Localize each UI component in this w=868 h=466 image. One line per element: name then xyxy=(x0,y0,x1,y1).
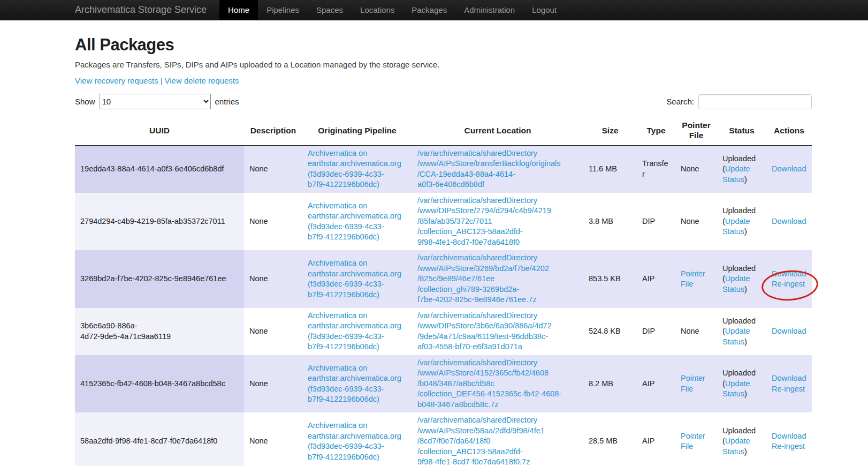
current-location-link[interactable]: /var/archivematica/sharedDirectory /www/… xyxy=(417,358,561,409)
pointer-file-none: None xyxy=(681,164,699,173)
nav-item-spaces[interactable]: Spaces xyxy=(308,0,352,20)
actions-cell: Download Re-ingest xyxy=(766,355,812,413)
top-navbar: Archivematica Storage Service Home Pipel… xyxy=(0,0,868,20)
pipeline-cell: Archivematica on earthstar.archivematica… xyxy=(302,412,412,466)
location-cell: /var/archivematica/sharedDirectory /www/… xyxy=(412,412,583,466)
download-link[interactable]: Download xyxy=(772,269,806,280)
pointer-file-link[interactable]: Pointer File xyxy=(681,432,705,451)
view-delete-requests-link[interactable]: View delete requests xyxy=(165,76,239,85)
location-cell: /var/archivematica/sharedDirectory /www/… xyxy=(412,250,583,308)
current-location-link[interactable]: /var/archivematica/sharedDirectory /www/… xyxy=(417,416,545,466)
originating-pipeline-link[interactable]: Archivematica on earthstar.archivematica… xyxy=(308,311,401,351)
pointer-file-link[interactable]: Pointer File xyxy=(681,374,705,393)
nav-item-locations[interactable]: Locations xyxy=(352,0,403,20)
header-actions[interactable]: Actions xyxy=(766,116,812,145)
pipeline-cell: Archivematica on earthstar.archivematica… xyxy=(302,193,412,251)
uuid-cell: 3b6e6a90-886a- 4d72-9de5-4a71c9aa6119 xyxy=(75,308,244,355)
link-separator: | xyxy=(158,76,165,85)
page-intro: Packages are Transfers, SIPs, DIPs and A… xyxy=(75,60,812,69)
current-location-link[interactable]: /var/archivematica/sharedDirectory /www/… xyxy=(417,149,561,189)
location-cell: /var/archivematica/sharedDirectory /www/… xyxy=(412,308,583,355)
pointer-file-cell: None xyxy=(675,193,717,251)
reingest-link[interactable]: Re-ingest xyxy=(772,279,805,290)
table-controls: Show 10 entries Search: xyxy=(75,94,812,109)
nav-item-logout[interactable]: Logout xyxy=(523,0,565,20)
size-cell: 28.5 MB xyxy=(583,412,637,466)
status-cell: Uploaded (Update Status) xyxy=(717,412,766,466)
header-pointer[interactable]: Pointer File xyxy=(675,116,717,145)
location-cell: /var/archivematica/sharedDirectory /www/… xyxy=(412,145,583,193)
page: Archivematica Storage Service Home Pipel… xyxy=(0,0,868,466)
view-recovery-requests-link[interactable]: View recovery requests xyxy=(75,76,158,85)
pointer-file-cell: Pointer File xyxy=(675,412,717,466)
header-type[interactable]: Type xyxy=(637,116,675,145)
pipeline-cell: Archivematica on earthstar.archivematica… xyxy=(302,145,412,193)
size-cell: 853.5 KB xyxy=(583,250,637,308)
table-row: 58aa2dfd-9f98-4fe1-8cd7-f0e7da6418f0 Non… xyxy=(75,412,812,466)
pipeline-cell: Archivematica on earthstar.archivematica… xyxy=(302,308,412,355)
pointer-file-cell: Pointer File xyxy=(675,250,717,308)
reingest-link[interactable]: Re-ingest xyxy=(772,441,805,452)
table-row: 19edda43-88a4-4614-a0f3-6e406cd6b8df Non… xyxy=(75,145,812,193)
uuid-cell: 19edda43-88a4-4614-a0f3-6e406cd6b8df xyxy=(75,145,244,193)
type-cell: AIP xyxy=(637,412,675,466)
header-description[interactable]: Description xyxy=(244,116,302,145)
current-location-link[interactable]: /var/archivematica/sharedDirectory /www/… xyxy=(417,196,551,246)
header-status[interactable]: Status xyxy=(717,116,766,145)
search-control: Search: xyxy=(666,94,812,109)
pointer-file-cell: None xyxy=(675,308,717,355)
header-uuid[interactable]: UUID xyxy=(75,116,244,145)
header-location[interactable]: Current Location xyxy=(412,116,583,145)
nav-item-administration[interactable]: Administration xyxy=(455,0,523,20)
originating-pipeline-link[interactable]: Archivematica on earthstar.archivematica… xyxy=(308,421,401,461)
header-size[interactable]: Size xyxy=(583,116,637,145)
page-title: All Packages xyxy=(75,35,812,55)
page-size-select[interactable]: 10 xyxy=(100,94,211,109)
status-text-close: ) xyxy=(744,285,747,294)
pipeline-cell: Archivematica on earthstar.archivematica… xyxy=(302,355,412,413)
originating-pipeline-link[interactable]: Archivematica on earthstar.archivematica… xyxy=(308,364,401,404)
size-cell: 524.8 KB xyxy=(583,308,637,355)
search-label: Search: xyxy=(666,97,694,106)
download-link[interactable]: Download xyxy=(772,326,806,337)
download-link[interactable]: Download xyxy=(772,216,806,227)
size-cell: 11.6 MB xyxy=(583,145,637,193)
main-content: All Packages Packages are Transfers, SIP… xyxy=(75,35,812,466)
show-entries-control: Show 10 entries xyxy=(75,94,239,109)
originating-pipeline-link[interactable]: Archivematica on earthstar.archivematica… xyxy=(308,201,401,242)
uuid-cell: 58aa2dfd-9f98-4fe1-8cd7-f0e7da6418f0 xyxy=(75,412,244,466)
table-row: 4152365c-fb42-4608-b048-3467a8bcd58c Non… xyxy=(75,355,812,413)
description-cell: None xyxy=(244,250,302,308)
current-location-link[interactable]: /var/archivematica/sharedDirectory /www/… xyxy=(417,253,549,304)
table-row: 2794d294-c4b9-4219-85fa-ab35372c7011 Non… xyxy=(75,193,812,251)
pipeline-cell: Archivematica on earthstar.archivematica… xyxy=(302,250,412,308)
current-location-link[interactable]: /var/archivematica/sharedDirectory /www/… xyxy=(417,311,552,351)
nav-item-home[interactable]: Home xyxy=(219,0,258,20)
originating-pipeline-link[interactable]: Archivematica on earthstar.archivematica… xyxy=(308,149,401,189)
download-link[interactable]: Download xyxy=(772,164,806,175)
originating-pipeline-link[interactable]: Archivematica on earthstar.archivematica… xyxy=(308,259,401,299)
location-cell: /var/archivematica/sharedDirectory /www/… xyxy=(412,193,583,251)
pointer-file-cell: None xyxy=(675,145,717,193)
nav-item-pipelines[interactable]: Pipelines xyxy=(258,0,308,20)
size-cell: 3.8 MB xyxy=(583,193,637,251)
pointer-file-none: None xyxy=(681,327,699,335)
header-pipeline[interactable]: Originating Pipeline xyxy=(302,116,412,145)
main-nav: Home Pipelines Spaces Locations Packages… xyxy=(219,0,565,20)
status-text-close: ) xyxy=(744,389,747,398)
search-input[interactable] xyxy=(698,94,812,109)
download-link[interactable]: Download xyxy=(772,431,806,442)
table-header: UUID Description Originating Pipeline Cu… xyxy=(75,116,812,145)
pointer-file-link[interactable]: Pointer File xyxy=(681,269,705,289)
description-cell: None xyxy=(244,145,302,193)
entries-label: entries xyxy=(215,97,239,106)
description-cell: None xyxy=(244,412,302,466)
table-row: 3269bd2a-f7be-4202-825c-9e8946e761ee Non… xyxy=(75,250,812,308)
table-body: 19edda43-88a4-4614-a0f3-6e406cd6b8df Non… xyxy=(75,145,812,466)
status-text-close: ) xyxy=(744,337,747,346)
status-cell: Uploaded (Update Status) xyxy=(717,308,766,355)
reingest-link[interactable]: Re-ingest xyxy=(772,384,805,395)
description-cell: None xyxy=(244,355,302,413)
nav-item-packages[interactable]: Packages xyxy=(403,0,455,20)
download-link[interactable]: Download xyxy=(772,373,806,384)
